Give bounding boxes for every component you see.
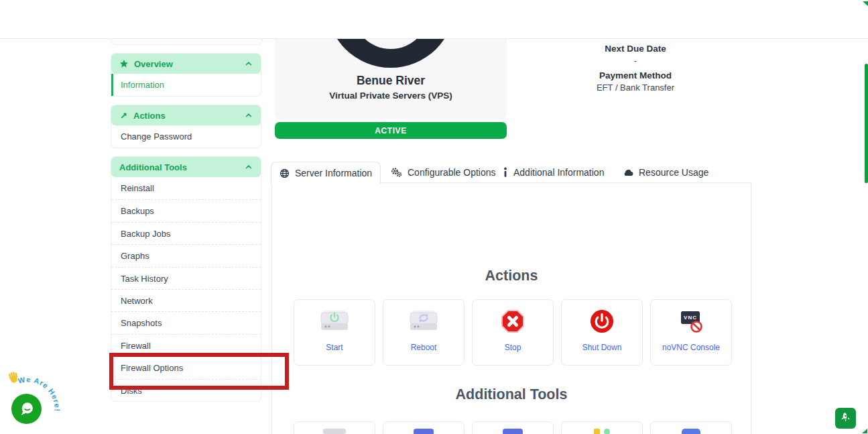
star-icon <box>119 59 129 68</box>
action-label: Stop <box>505 343 521 352</box>
sidebar-item-firewall-options[interactable]: Firewall Options <box>111 356 261 378</box>
chat-launcher-button[interactable] <box>11 394 42 424</box>
waving-hand-icon <box>8 371 19 384</box>
sidebar-item-information[interactable]: Information <box>111 74 261 96</box>
chat-bubble-icon <box>18 400 36 418</box>
tool-icon-partial <box>323 429 346 434</box>
scroll-corner-mark-bottom <box>862 429 867 433</box>
sidebar-item-firewall[interactable]: Firewall <box>111 334 261 356</box>
scrollbar-thumb[interactable] <box>865 64 868 183</box>
tool-icon-partial <box>594 429 600 434</box>
stop-octagon-icon <box>499 300 526 343</box>
tool-icon-partial <box>604 429 610 434</box>
accessibility-launcher-button[interactable] <box>835 408 856 429</box>
next-due-date-label: Next Due Date <box>548 42 723 55</box>
payment-method-value: EFT / Bank Transfer <box>548 82 723 94</box>
vnc-console-icon: VNC <box>677 300 705 343</box>
actions-section-title: Actions <box>271 268 751 284</box>
action-label: noVNC Console <box>662 343 720 352</box>
power-icon <box>588 300 615 343</box>
tab-resource-usage[interactable]: Resource Usage <box>623 162 708 182</box>
sidebar-item-network[interactable]: Network <box>111 289 261 311</box>
additional-tools-cards-row <box>294 421 732 434</box>
sidebar-section-overview: Overview Information <box>111 53 261 97</box>
tool-card-cutoff-4[interactable] <box>561 421 643 434</box>
sidebar-section-actions: Actions Change Password <box>111 105 261 148</box>
tab-server-information[interactable]: Server Information <box>271 162 381 184</box>
sidebar-item-backups[interactable]: Backups <box>111 199 261 221</box>
sidebar-item-graphs[interactable]: Graphs <box>111 244 261 266</box>
globe-icon <box>280 168 290 178</box>
server-plan: Virtual Private Servers (VPS) <box>275 91 507 101</box>
tool-card-cutoff-5[interactable] <box>650 421 732 434</box>
server-cutoff-icon <box>334 38 448 68</box>
server-status-badge: ACTIVE <box>275 122 507 139</box>
sidebar-section-title: Overview <box>134 59 173 69</box>
sidebar-header-overview[interactable]: Overview <box>111 54 261 74</box>
sidebar-item-reinstall[interactable]: Reinstall <box>111 177 261 199</box>
sidebar-cutoff-card <box>111 38 263 45</box>
wrench-icon <box>119 111 128 120</box>
next-due-date-value: - <box>548 55 723 67</box>
tool-icon-partial <box>414 429 434 434</box>
chevron-up-icon <box>245 163 253 171</box>
sidebar-item-task-history[interactable]: Task History <box>111 267 261 289</box>
additional-tools-section-title: Additional Tools <box>271 386 751 403</box>
sidebar-header-actions[interactable]: Actions <box>111 105 261 125</box>
sidebar-item-backup-jobs[interactable]: Backup Jobs <box>111 222 261 244</box>
tab-label: Additional Information <box>513 167 604 178</box>
tab-configurable-options[interactable]: Configurable Options <box>391 162 496 182</box>
tab-additional-information[interactable]: Additional Information <box>503 162 604 182</box>
action-label: Shut Down <box>582 343 622 352</box>
cogs-icon <box>391 167 402 178</box>
novnc-console-button[interactable]: VNC noVNC Console <box>650 299 732 366</box>
chevron-up-icon <box>245 111 253 119</box>
tool-card-cutoff-2[interactable] <box>383 421 464 434</box>
sidebar-item-disks[interactable]: Disks <box>111 379 261 401</box>
server-start-icon <box>319 300 350 343</box>
action-label: Reboot <box>411 343 437 352</box>
tool-card-cutoff-1[interactable] <box>294 421 375 434</box>
sidebar-section-title: Additional Tools <box>119 162 187 172</box>
tool-card-cutoff-3[interactable] <box>472 421 554 434</box>
server-name: Benue River <box>275 74 507 88</box>
cloud-icon <box>623 168 633 176</box>
sidebar-section-additional-tools: Additional Tools Reinstall Backups Backu… <box>111 156 261 402</box>
tool-icon-partial <box>682 429 700 434</box>
sidebar-section-title: Actions <box>133 111 166 121</box>
page: SiveHost The right partner in hosting. H… <box>0 0 868 434</box>
server-reboot-icon <box>408 300 439 343</box>
tab-label: Resource Usage <box>639 167 708 178</box>
stop-button[interactable]: Stop <box>472 299 554 366</box>
svg-text:VNC: VNC <box>684 315 697 321</box>
tool-icon-partial <box>503 429 523 434</box>
info-icon <box>503 167 508 177</box>
sidebar-item-change-password[interactable]: Change Password <box>111 125 261 148</box>
payment-method-label: Payment Method <box>548 69 723 82</box>
chevron-up-icon <box>245 60 253 68</box>
shutdown-button[interactable]: Shut Down <box>561 299 643 366</box>
action-label: Start <box>326 343 343 352</box>
start-button[interactable]: Start <box>294 299 375 366</box>
tab-label: Configurable Options <box>408 167 496 178</box>
sidebar-item-snapshots[interactable]: Snapshots <box>111 311 261 333</box>
top-navbar <box>0 0 868 39</box>
reboot-button[interactable]: Reboot <box>383 299 464 366</box>
actions-cards-row: Start Reboot Stop Shut Down VNC noVNC Co… <box>294 299 732 366</box>
sidebar-header-additional-tools[interactable]: Additional Tools <box>111 157 261 177</box>
billing-info: Next Due Date - Payment Method EFT / Ban… <box>548 42 723 94</box>
tab-label: Server Information <box>295 168 372 178</box>
rocket-icon <box>839 411 853 425</box>
